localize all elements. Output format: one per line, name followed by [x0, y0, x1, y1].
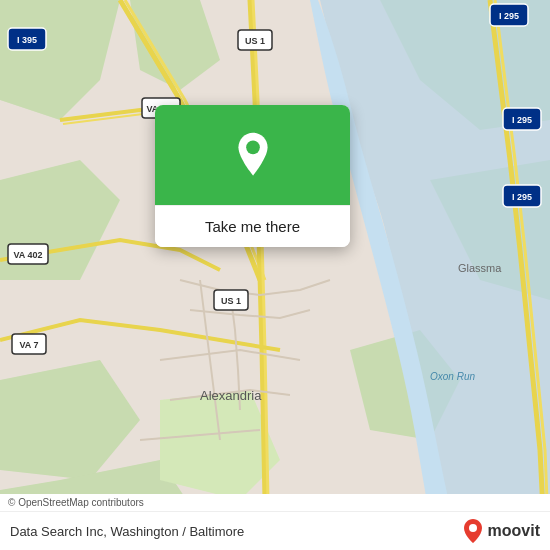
- svg-text:I 295: I 295: [512, 115, 532, 125]
- svg-point-33: [469, 524, 477, 532]
- svg-text:Glassma: Glassma: [458, 262, 502, 274]
- take-me-there-button[interactable]: Take me there: [155, 205, 350, 247]
- svg-text:Alexandria: Alexandria: [200, 388, 262, 403]
- svg-text:US 1: US 1: [221, 296, 241, 306]
- svg-text:I 295: I 295: [499, 11, 519, 21]
- attribution-text: © OpenStreetMap contributors: [8, 497, 144, 508]
- moovit-pin-icon: [462, 518, 484, 544]
- attribution-row: © OpenStreetMap contributors: [0, 494, 550, 512]
- map-container: Glassma Oxon Run Alexandria I 395 US 1 U…: [0, 0, 550, 550]
- svg-point-32: [246, 140, 260, 154]
- location-pin-icon: [229, 131, 277, 179]
- svg-text:I 295: I 295: [512, 192, 532, 202]
- moovit-wordmark: moovit: [488, 522, 540, 540]
- popup-green-background: [155, 105, 350, 205]
- svg-text:US 1: US 1: [245, 36, 265, 46]
- info-row: Data Search Inc, Washington / Baltimore …: [0, 512, 550, 550]
- popup-card: Take me there: [155, 105, 350, 247]
- moovit-logo: moovit: [462, 518, 540, 544]
- location-label: Data Search Inc, Washington / Baltimore: [10, 524, 244, 539]
- bottom-bar: © OpenStreetMap contributors Data Search…: [0, 494, 550, 550]
- map-background: Glassma Oxon Run Alexandria I 395 US 1 U…: [0, 0, 550, 550]
- svg-text:I 395: I 395: [17, 35, 37, 45]
- svg-text:VA 402: VA 402: [13, 250, 42, 260]
- svg-text:Oxon Run: Oxon Run: [430, 371, 475, 382]
- svg-text:VA 7: VA 7: [19, 340, 38, 350]
